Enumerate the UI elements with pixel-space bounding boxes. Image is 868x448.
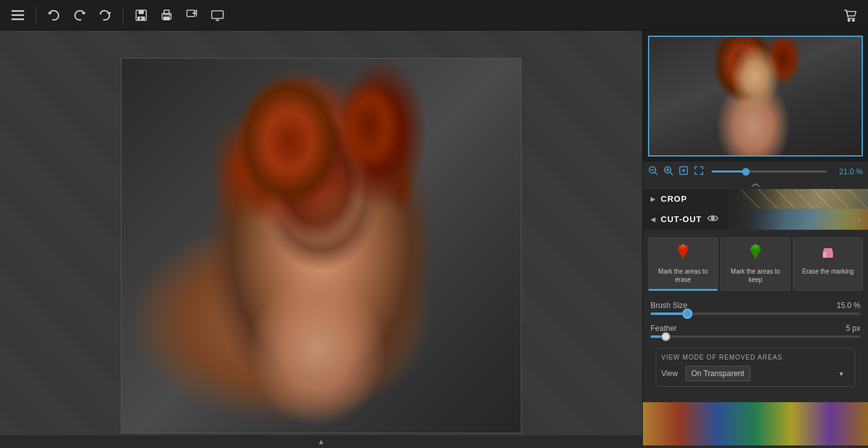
main-content: ▲ xyxy=(0,31,868,448)
cutout-section-header[interactable]: ◀ CUT-OUT › xyxy=(643,209,868,230)
mark-keep-tool[interactable]: Mark the areas to keep xyxy=(720,237,790,291)
collapse-button[interactable] xyxy=(643,181,868,189)
display-button[interactable] xyxy=(207,5,228,25)
thumbnail-preview xyxy=(648,36,863,157)
cutout-eye-icon[interactable] xyxy=(707,214,719,225)
view-mode-section: VIEW MODE OF REMOVED AREAS View On Trans… xyxy=(656,348,855,387)
scroll-up-arrow: ▲ xyxy=(317,437,325,446)
brush-size-value: 15.0 % xyxy=(837,301,860,310)
erase-marking-tool[interactable]: Erase the marking xyxy=(793,237,863,291)
svg-rect-32 xyxy=(682,244,684,246)
view-select[interactable]: On Transparent On White On Black On Colo… xyxy=(685,366,750,381)
bottom-preview-strip xyxy=(643,402,868,445)
zoom-percent-label: 21.0 % xyxy=(834,167,863,176)
share-button[interactable] xyxy=(182,5,202,25)
feather-label-row: Feather 5 px xyxy=(651,324,860,333)
svg-rect-2 xyxy=(11,18,24,20)
tools-row: Mark the areas to erase Mark the areas t… xyxy=(648,237,863,291)
crop-arrow-icon: ▶ xyxy=(651,195,656,202)
feather-track[interactable] xyxy=(651,335,860,338)
cutout-arrow-icon: ◀ xyxy=(651,216,656,223)
brush-size-label: Brush Size xyxy=(651,301,687,310)
select-arrow-icon: ▼ xyxy=(838,370,844,377)
zoom-out-icon[interactable] xyxy=(648,165,658,178)
menu-icon[interactable] xyxy=(8,5,28,25)
brush-size-section: Brush Size 15.0 % Feather 5 px xyxy=(648,298,863,338)
svg-line-20 xyxy=(655,172,658,175)
portrait-image xyxy=(121,59,521,433)
main-toolbar xyxy=(0,0,868,31)
svg-point-29 xyxy=(711,217,714,220)
svg-point-17 xyxy=(853,19,855,21)
redo-button[interactable] xyxy=(95,5,115,25)
svg-rect-35 xyxy=(754,244,757,246)
zoom-slider-track[interactable] xyxy=(712,171,827,172)
feather-value: 5 px xyxy=(846,324,860,333)
mark-erase-tool[interactable]: Mark the areas to erase xyxy=(648,237,718,291)
brush-size-thumb[interactable] xyxy=(682,309,692,319)
back-button[interactable] xyxy=(69,5,90,25)
svg-rect-1 xyxy=(11,14,24,16)
photo-canvas xyxy=(121,58,521,433)
zoom-slider-thumb[interactable] xyxy=(742,168,750,176)
brush-size-track[interactable] xyxy=(651,312,860,315)
feather-fill xyxy=(651,335,661,338)
svg-rect-9 xyxy=(163,17,170,20)
save-button[interactable] xyxy=(131,5,151,25)
view-label: View xyxy=(661,369,680,378)
mark-erase-icon xyxy=(674,243,692,263)
feather-row: Feather 5 px xyxy=(651,324,860,338)
cutout-section-title: CUT-OUT xyxy=(661,214,702,224)
svg-point-16 xyxy=(848,19,850,21)
zoom-bracket-icon[interactable] xyxy=(679,165,689,178)
cutout-tools-panel: Mark the areas to erase Mark the areas t… xyxy=(643,230,868,400)
mark-erase-label: Mark the areas to erase xyxy=(651,267,715,284)
svg-line-23 xyxy=(670,172,673,175)
feather-label: Feather xyxy=(651,324,677,333)
mark-keep-icon xyxy=(747,243,764,263)
svg-rect-8 xyxy=(164,10,169,15)
brush-size-fill xyxy=(651,312,682,315)
view-mode-title: VIEW MODE OF REMOVED AREAS xyxy=(661,354,850,361)
zoom-fit-icon[interactable] xyxy=(663,165,673,178)
crop-section-title: CROP xyxy=(661,194,687,204)
feather-thumb[interactable] xyxy=(661,332,670,341)
svg-rect-6 xyxy=(140,17,141,20)
crop-section-header[interactable]: ▶ CROP xyxy=(643,189,868,209)
thumbnail-overlay xyxy=(649,37,862,155)
svg-point-10 xyxy=(169,15,170,16)
erase-marking-icon xyxy=(819,243,837,263)
view-mode-row: View On Transparent On White On Black On… xyxy=(661,366,850,381)
canvas-scroll-bottom[interactable]: ▲ xyxy=(0,435,642,448)
view-select-wrapper: On Transparent On White On Black On Colo… xyxy=(685,366,850,381)
svg-rect-0 xyxy=(11,10,24,12)
zoom-controls: 21.0 % xyxy=(643,162,868,181)
zoom-expand-icon[interactable] xyxy=(694,165,704,178)
toolbar-sep-2 xyxy=(123,6,123,24)
brush-size-row: Brush Size 15.0 % xyxy=(651,301,860,315)
undo-button[interactable] xyxy=(44,5,64,25)
erase-marking-label: Erase the marking xyxy=(802,267,853,276)
zoom-slider-fill xyxy=(712,171,746,172)
mark-keep-label: Mark the areas to keep xyxy=(724,267,787,284)
toolbar-sep-1 xyxy=(36,6,36,24)
cart-button[interactable] xyxy=(840,5,860,25)
svg-rect-13 xyxy=(212,11,223,18)
svg-rect-37 xyxy=(823,252,827,258)
canvas-area[interactable]: ▲ xyxy=(0,31,642,448)
thumbnail-section xyxy=(643,31,868,162)
brush-size-label-row: Brush Size 15.0 % xyxy=(651,301,860,310)
cutout-expand-arrow[interactable]: › xyxy=(858,215,860,224)
right-panel: 21.0 % ▶ CROP ◀ CU xyxy=(642,31,868,448)
svg-rect-4 xyxy=(139,10,144,14)
svg-marker-39 xyxy=(823,248,833,252)
print-button[interactable] xyxy=(156,5,177,25)
